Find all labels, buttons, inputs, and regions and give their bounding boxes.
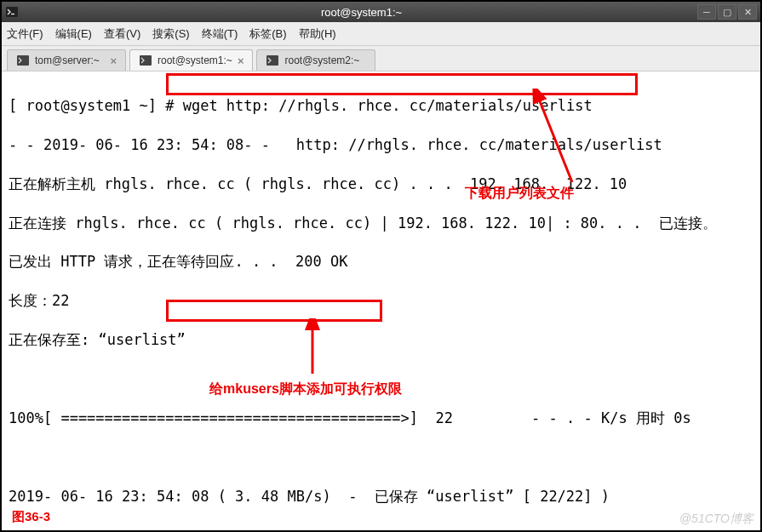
terminal-line: [ root@system1 ~] # wget http: //rhgls. … bbox=[9, 96, 753, 116]
tab-label: tom@server:~ bbox=[35, 54, 100, 66]
menu-edit[interactable]: 编辑(E) bbox=[55, 26, 92, 42]
tab-root-system1[interactable]: root@system1:~ × bbox=[129, 49, 253, 71]
close-icon[interactable]: × bbox=[110, 54, 117, 67]
menubar: 文件(F) 编辑(E) 查看(V) 搜索(S) 终端(T) 标签(B) 帮助(H… bbox=[2, 22, 760, 46]
terminal-icon bbox=[16, 54, 30, 67]
minimize-button[interactable]: ─ bbox=[697, 4, 716, 20]
menu-terminal[interactable]: 终端(T) bbox=[202, 26, 238, 42]
watermark: @51CTO博客 bbox=[679, 512, 753, 527]
titlebar: root@system1:~ ─ ▢ ✕ bbox=[2, 2, 760, 22]
svg-rect-4 bbox=[266, 55, 278, 66]
terminal-line: 100%[ ==================================… bbox=[9, 409, 753, 428]
window-controls: ─ ▢ ✕ bbox=[697, 4, 757, 20]
menu-help[interactable]: 帮助(H) bbox=[299, 26, 336, 42]
terminal-output[interactable]: [ root@system1 ~] # wget http: //rhgls. … bbox=[2, 72, 760, 530]
terminal-line: 正在连接 rhgls. rhce. cc ( rhgls. rhce. cc) … bbox=[9, 214, 753, 233]
close-button[interactable]: ✕ bbox=[738, 4, 757, 20]
terminal-line bbox=[9, 448, 753, 467]
tab-label: root@system2:~ bbox=[284, 54, 359, 66]
svg-rect-0 bbox=[6, 7, 18, 17]
svg-rect-3 bbox=[140, 55, 152, 66]
terminal-icon bbox=[139, 54, 152, 67]
terminal-line: 正在解析主机 rhgls. rhce. cc ( rhgls. rhce. cc… bbox=[9, 174, 753, 194]
tab-label: root@system1:~ bbox=[158, 54, 232, 66]
terminal-line: 2019- 06- 16 23: 54: 08 ( 3. 48 MB/s) - … bbox=[9, 487, 753, 506]
menu-view[interactable]: 查看(V) bbox=[104, 26, 140, 42]
terminal-icon bbox=[266, 54, 279, 67]
annotation-box-wget bbox=[166, 73, 638, 95]
terminal-line: 已发出 HTTP 请求，正在等待回应. . . 200 OK bbox=[9, 252, 753, 272]
close-icon[interactable]: × bbox=[238, 54, 244, 67]
tab-root-system2[interactable]: root@system2:~ bbox=[256, 49, 375, 71]
svg-rect-2 bbox=[17, 55, 29, 66]
window-title: root@system1:~ bbox=[26, 6, 697, 19]
terminal-line: - - 2019- 06- 16 23: 54: 08- - http: //r… bbox=[9, 135, 753, 155]
app-icon bbox=[5, 5, 26, 19]
menu-search[interactable]: 搜索(S) bbox=[152, 26, 189, 42]
terminal-line: 正在保存至: “userlist” bbox=[9, 330, 753, 350]
terminal-line bbox=[9, 369, 753, 389]
terminal-line: 长度：22 bbox=[9, 291, 753, 311]
maximize-button[interactable]: ▢ bbox=[718, 4, 736, 20]
terminal-line bbox=[9, 526, 753, 532]
tab-tom-server[interactable]: tom@server:~ × bbox=[7, 49, 126, 71]
tabbar: tom@server:~ × root@system1:~ × root@sys… bbox=[2, 46, 760, 72]
terminal-icon bbox=[5, 5, 19, 19]
menu-file[interactable]: 文件(F) bbox=[7, 26, 43, 42]
menu-tabs[interactable]: 标签(B) bbox=[249, 26, 286, 42]
figure-label: 图36-3 bbox=[12, 509, 50, 525]
